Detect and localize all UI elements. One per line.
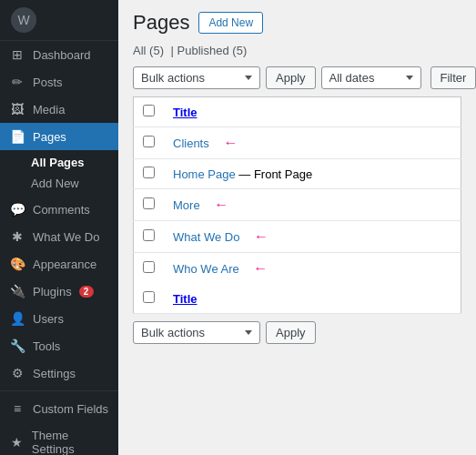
pages-table: Title Clients ← Home Page — Front Pa [133, 96, 461, 314]
settings-icon: ⚙ [9, 366, 25, 380]
plugins-badge: 2 [79, 286, 94, 298]
users-icon: 👤 [9, 311, 25, 326]
sidebar-item-plugins[interactable]: 🔌 Plugins 2 [0, 278, 118, 305]
row-title-cell: What We Do ← [164, 221, 461, 253]
sidebar-item-theme-settings[interactable]: ★ Theme Settings [0, 422, 118, 455]
arrow-indicator: ← [254, 228, 268, 245]
sidebar-sub-all-pages[interactable]: All Pages [25, 152, 118, 173]
sidebar-logo: W [0, 0, 118, 41]
sidebar-item-label: Tools [33, 339, 60, 353]
published-link[interactable]: Published (5) [177, 44, 248, 57]
top-toolbar: Bulk actions Apply All dates Filter [133, 66, 461, 89]
arrow-indicator: ← [223, 135, 238, 151]
sidebar-item-comments[interactable]: 💬 Comments [0, 196, 118, 223]
sidebar-item-tools[interactable]: 🔧 Tools [0, 332, 118, 359]
arrow-indicator: ← [253, 260, 268, 277]
page-title-link[interactable]: Home Page [173, 167, 236, 181]
page-header: Pages Add New [133, 11, 461, 35]
page-title: Pages [133, 11, 189, 35]
arrow-indicator: ← [214, 197, 228, 213]
row-title-cell: Who We Are ← [164, 253, 461, 285]
row-checkbox-cell [134, 253, 165, 285]
table-footer-row: Title [134, 284, 461, 314]
sidebar-item-label: Posts [33, 76, 63, 89]
sidebar-item-label: Comments [33, 203, 90, 217]
sidebar-sub-add-new[interactable]: Add New [25, 173, 118, 194]
apply-button-top[interactable]: Apply [266, 66, 316, 89]
sidebar-item-label: Theme Settings [32, 429, 109, 455]
sidebar-item-label: Users [33, 312, 64, 326]
sidebar-item-label: Dashboard [33, 48, 91, 62]
title-header: Title [164, 97, 461, 127]
row-checkbox-cell [134, 159, 165, 189]
row-checkbox[interactable] [143, 197, 155, 209]
table-row: Home Page — Front Page [134, 159, 461, 189]
sidebar-item-custom-fields[interactable]: ≡ Custom Fields [0, 395, 118, 422]
sidebar-item-label: Pages [33, 130, 66, 144]
sidebar-item-label: Settings [33, 367, 76, 380]
page-title-link[interactable]: Clients [173, 136, 209, 150]
row-checkbox-cell [134, 127, 165, 159]
title-sort-link[interactable]: Title [173, 106, 197, 119]
title-footer-sort-link[interactable]: Title [173, 292, 197, 306]
plugins-icon: 🔌 [9, 284, 25, 298]
bottom-toolbar: Bulk actions Apply [133, 321, 461, 344]
title-footer: Title [164, 284, 461, 314]
sidebar-item-label: Custom Fields [33, 402, 108, 416]
row-title-cell: More ← [164, 189, 461, 221]
table-row: More ← [134, 189, 461, 221]
select-all-checkbox[interactable] [143, 105, 155, 116]
row-checkbox[interactable] [143, 261, 155, 273]
pages-submenu: All Pages Add New [0, 150, 118, 196]
filter-button[interactable]: Filter [430, 66, 476, 89]
sidebar-item-label: Plugins [33, 285, 72, 298]
select-all-header [134, 97, 165, 127]
bulk-actions-select-bottom[interactable]: Bulk actions [133, 321, 260, 344]
sublinks: All (5) | Published (5) [133, 44, 461, 57]
bulk-actions-select-top[interactable]: Bulk actions [133, 66, 260, 89]
wp-logo-icon: W [11, 7, 36, 33]
custom-fields-icon: ≡ [9, 401, 25, 416]
tools-icon: 🔧 [9, 339, 25, 353]
sidebar-item-posts[interactable]: ✏ Posts [0, 68, 118, 96]
page-title-link[interactable]: More [173, 198, 200, 212]
apply-button-bottom[interactable]: Apply [266, 321, 316, 344]
table-row: Who We Are ← [134, 253, 461, 285]
sidebar-item-settings[interactable]: ⚙ Settings [0, 359, 118, 387]
all-pages-link[interactable]: All (5) [133, 44, 164, 57]
sidebar-item-users[interactable]: 👤 Users [0, 305, 118, 332]
row-checkbox[interactable] [143, 167, 155, 178]
pages-icon: 📄 [9, 129, 25, 144]
comments-icon: 💬 [9, 202, 25, 217]
table-header-row: Title [134, 97, 461, 127]
table-row: Clients ← [134, 127, 461, 159]
sidebar-item-label: What We Do [33, 230, 99, 244]
page-title-link[interactable]: What We Do [173, 230, 239, 244]
row-checkbox-cell [134, 221, 165, 253]
posts-icon: ✏ [9, 75, 25, 89]
main-content: Pages Add New All (5) | Published (5) Bu… [118, 0, 476, 455]
sidebar-item-media[interactable]: 🖼 Media [0, 96, 118, 123]
sidebar-divider [0, 390, 118, 391]
page-title-link[interactable]: Who We Are [173, 262, 239, 276]
media-icon: 🖼 [9, 102, 25, 116]
row-checkbox[interactable] [143, 136, 155, 147]
add-new-button[interactable]: Add New [198, 12, 263, 34]
sidebar-item-what-we-do[interactable]: ✱ What We Do [0, 223, 118, 250]
select-all-footer-checkbox[interactable] [143, 291, 155, 303]
appearance-icon: 🎨 [9, 257, 25, 271]
select-all-footer [134, 284, 165, 314]
theme-settings-icon: ★ [9, 435, 25, 450]
sidebar: W ⊞ Dashboard ✏ Posts 🖼 Media 📄 Pages Al… [0, 0, 118, 455]
sidebar-item-label: Media [33, 103, 65, 116]
sidebar-item-dashboard[interactable]: ⊞ Dashboard [0, 41, 118, 68]
sidebar-item-label: Appearance [33, 258, 96, 271]
what-we-do-icon: ✱ [9, 229, 25, 244]
row-checkbox-cell [134, 189, 165, 221]
sidebar-item-pages[interactable]: 📄 Pages [0, 123, 118, 150]
row-checkbox[interactable] [143, 229, 155, 241]
sidebar-item-appearance[interactable]: 🎨 Appearance [0, 250, 118, 278]
sublink-separator: | [171, 44, 177, 57]
all-dates-select[interactable]: All dates [321, 66, 421, 89]
row-title-cell: Clients ← [164, 127, 461, 159]
